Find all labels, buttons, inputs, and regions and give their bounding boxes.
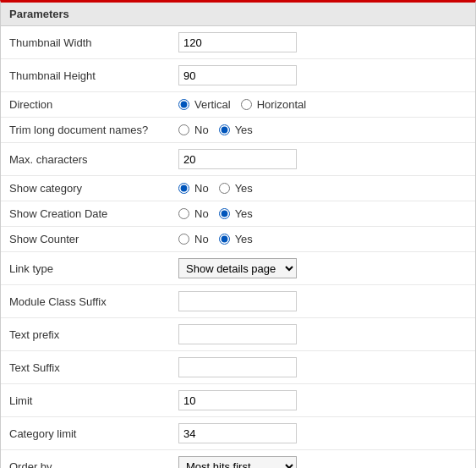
text-suffix-input[interactable] bbox=[178, 357, 297, 377]
table-row: Limit bbox=[1, 384, 475, 417]
text-prefix-input[interactable] bbox=[178, 324, 297, 344]
field-label-max-characters: Max. characters bbox=[1, 143, 170, 176]
table-row: Max. characters bbox=[1, 143, 475, 176]
field-control-link-type: Show details page bbox=[170, 252, 475, 285]
show-category-radio-group: NoYes bbox=[178, 182, 467, 195]
table-row: Thumbnail Width bbox=[1, 26, 475, 59]
show-category-option-1[interactable]: Yes bbox=[219, 182, 253, 195]
field-control-order-by: Most hits first bbox=[170, 450, 475, 469]
field-control-max-characters bbox=[170, 143, 475, 176]
thumbnail-height-input[interactable] bbox=[178, 65, 297, 85]
field-label-text-prefix: Text prefix bbox=[1, 318, 170, 351]
show-counter-option-label-0: No bbox=[194, 233, 209, 245]
show-creation-date-radio-group: NoYes bbox=[178, 207, 467, 220]
direction-radio-1[interactable] bbox=[241, 99, 252, 110]
max-characters-input[interactable] bbox=[178, 149, 297, 169]
trim-long-names-option-1[interactable]: Yes bbox=[219, 124, 253, 136]
parameters-table: Thumbnail WidthThumbnail HeightDirection… bbox=[1, 26, 475, 468]
order-by-select[interactable]: Most hits first bbox=[178, 456, 297, 468]
show-creation-date-option-0[interactable]: No bbox=[178, 207, 209, 220]
table-row: Link typeShow details page bbox=[1, 252, 475, 285]
thumbnail-width-input[interactable] bbox=[178, 32, 297, 52]
module-class-suffix-input[interactable] bbox=[178, 291, 297, 311]
show-category-radio-1[interactable] bbox=[219, 183, 230, 194]
field-control-text-suffix bbox=[170, 351, 475, 384]
field-control-show-counter: NoYes bbox=[170, 227, 475, 252]
field-label-link-type: Link type bbox=[1, 252, 170, 285]
direction-option-label-0: Vertical bbox=[194, 98, 231, 111]
field-control-thumbnail-height bbox=[170, 59, 475, 92]
field-label-category-limit: Category limit bbox=[1, 417, 170, 450]
show-creation-date-option-1[interactable]: Yes bbox=[219, 207, 253, 220]
show-category-option-0[interactable]: No bbox=[178, 182, 209, 195]
field-label-order-by: Order by bbox=[1, 450, 170, 469]
field-label-direction: Direction bbox=[1, 92, 170, 118]
table-row: Trim long document names?NoYes bbox=[1, 118, 475, 143]
show-category-radio-0[interactable] bbox=[178, 183, 189, 194]
field-control-text-prefix bbox=[170, 318, 475, 351]
parameters-panel: Parameters Thumbnail WidthThumbnail Heig… bbox=[0, 0, 476, 468]
field-control-limit bbox=[170, 384, 475, 417]
table-row: Show categoryNoYes bbox=[1, 176, 475, 201]
show-category-option-label-0: No bbox=[194, 182, 209, 195]
category-limit-input[interactable] bbox=[178, 423, 297, 443]
field-control-category-limit bbox=[170, 417, 475, 450]
show-creation-date-option-label-0: No bbox=[194, 207, 209, 220]
direction-option-label-1: Horizontal bbox=[257, 98, 307, 111]
panel-title: Parameters bbox=[1, 3, 475, 26]
field-control-direction: VerticalHorizontal bbox=[170, 92, 475, 118]
field-control-show-category: NoYes bbox=[170, 176, 475, 201]
field-control-module-class-suffix bbox=[170, 285, 475, 318]
show-creation-date-radio-0[interactable] bbox=[178, 208, 189, 219]
table-row: Category limit bbox=[1, 417, 475, 450]
direction-option-0[interactable]: Vertical bbox=[178, 98, 231, 111]
field-label-show-counter: Show Counter bbox=[1, 227, 170, 252]
direction-radio-group: VerticalHorizontal bbox=[178, 98, 467, 111]
table-row: Module Class Suffix bbox=[1, 285, 475, 318]
show-creation-date-radio-1[interactable] bbox=[219, 208, 230, 219]
show-category-option-label-1: Yes bbox=[235, 182, 253, 195]
trim-long-names-radio-group: NoYes bbox=[178, 124, 467, 136]
direction-option-1[interactable]: Horizontal bbox=[241, 98, 307, 111]
field-control-show-creation-date: NoYes bbox=[170, 201, 475, 227]
field-label-show-creation-date: Show Creation Date bbox=[1, 201, 170, 227]
link-type-select[interactable]: Show details page bbox=[178, 258, 297, 278]
table-row: Show Creation DateNoYes bbox=[1, 201, 475, 227]
table-row: Text Suffix bbox=[1, 351, 475, 384]
show-counter-option-label-1: Yes bbox=[235, 233, 253, 245]
table-row: Order byMost hits first bbox=[1, 450, 475, 469]
panel-body: Thumbnail WidthThumbnail HeightDirection… bbox=[1, 26, 475, 468]
direction-radio-0[interactable] bbox=[178, 99, 189, 110]
field-control-trim-long-names: NoYes bbox=[170, 118, 475, 143]
table-row: Show CounterNoYes bbox=[1, 227, 475, 252]
limit-input[interactable] bbox=[178, 390, 297, 410]
show-counter-radio-0[interactable] bbox=[178, 234, 189, 245]
table-row: Thumbnail Height bbox=[1, 59, 475, 92]
show-counter-radio-1[interactable] bbox=[219, 234, 230, 245]
trim-long-names-radio-1[interactable] bbox=[219, 124, 230, 135]
field-label-module-class-suffix: Module Class Suffix bbox=[1, 285, 170, 318]
table-row: DirectionVerticalHorizontal bbox=[1, 92, 475, 118]
show-counter-radio-group: NoYes bbox=[178, 233, 467, 245]
field-label-thumbnail-width: Thumbnail Width bbox=[1, 26, 170, 59]
table-row: Text prefix bbox=[1, 318, 475, 351]
field-label-text-suffix: Text Suffix bbox=[1, 351, 170, 384]
field-label-show-category: Show category bbox=[1, 176, 170, 201]
trim-long-names-option-0[interactable]: No bbox=[178, 124, 209, 136]
field-label-thumbnail-height: Thumbnail Height bbox=[1, 59, 170, 92]
show-counter-option-0[interactable]: No bbox=[178, 233, 209, 245]
show-counter-option-1[interactable]: Yes bbox=[219, 233, 253, 245]
trim-long-names-radio-0[interactable] bbox=[178, 124, 189, 135]
trim-long-names-option-label-1: Yes bbox=[235, 124, 253, 136]
field-control-thumbnail-width bbox=[170, 26, 475, 59]
show-creation-date-option-label-1: Yes bbox=[235, 207, 253, 220]
field-label-limit: Limit bbox=[1, 384, 170, 417]
trim-long-names-option-label-0: No bbox=[194, 124, 209, 136]
field-label-trim-long-names: Trim long document names? bbox=[1, 118, 170, 143]
